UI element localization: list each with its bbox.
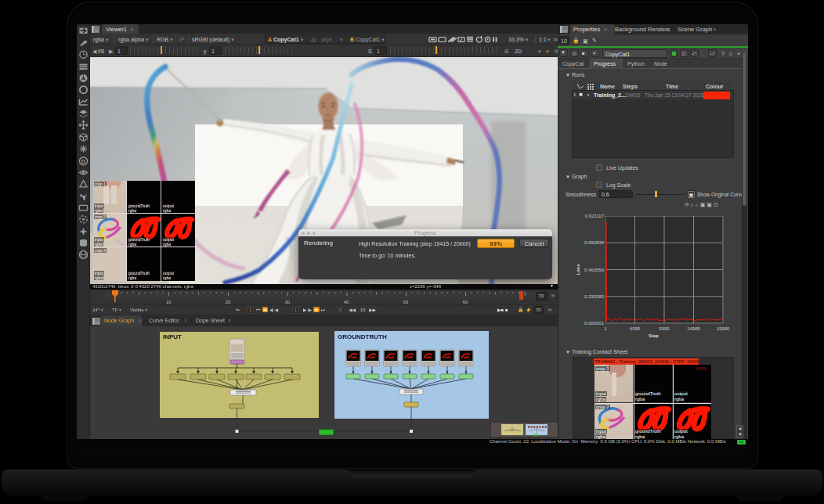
svg-text:D: D (81, 158, 85, 165)
svg-text:INPUT: INPUT (163, 333, 182, 340)
svg-text:GROUNDTRUTH: GROUNDTRUTH (338, 333, 387, 340)
